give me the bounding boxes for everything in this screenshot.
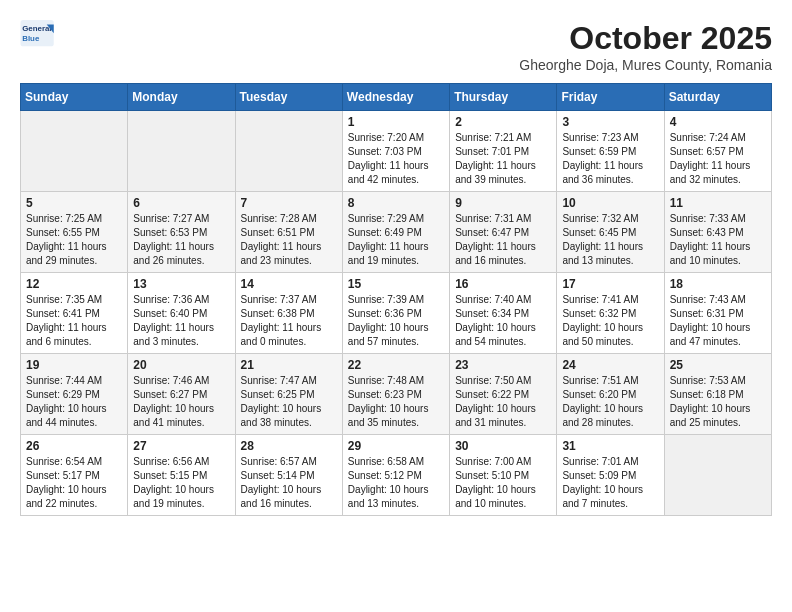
day-info: Sunrise: 7:27 AM Sunset: 6:53 PM Dayligh… <box>133 212 229 268</box>
day-info: Sunrise: 7:46 AM Sunset: 6:27 PM Dayligh… <box>133 374 229 430</box>
day-info: Sunrise: 7:41 AM Sunset: 6:32 PM Dayligh… <box>562 293 658 349</box>
calendar-cell <box>664 435 771 516</box>
calendar-week-row: 19Sunrise: 7:44 AM Sunset: 6:29 PM Dayli… <box>21 354 772 435</box>
day-info: Sunrise: 6:57 AM Sunset: 5:14 PM Dayligh… <box>241 455 337 511</box>
calendar-cell: 7Sunrise: 7:28 AM Sunset: 6:51 PM Daylig… <box>235 192 342 273</box>
calendar-cell: 31Sunrise: 7:01 AM Sunset: 5:09 PM Dayli… <box>557 435 664 516</box>
day-number: 10 <box>562 196 658 210</box>
day-number: 28 <box>241 439 337 453</box>
day-info: Sunrise: 7:51 AM Sunset: 6:20 PM Dayligh… <box>562 374 658 430</box>
day-number: 8 <box>348 196 444 210</box>
day-number: 30 <box>455 439 551 453</box>
calendar-cell: 5Sunrise: 7:25 AM Sunset: 6:55 PM Daylig… <box>21 192 128 273</box>
day-info: Sunrise: 7:43 AM Sunset: 6:31 PM Dayligh… <box>670 293 766 349</box>
calendar-table: SundayMondayTuesdayWednesdayThursdayFrid… <box>20 83 772 516</box>
logo: General Blue <box>20 20 56 48</box>
day-info: Sunrise: 7:47 AM Sunset: 6:25 PM Dayligh… <box>241 374 337 430</box>
calendar-cell <box>235 111 342 192</box>
calendar-cell: 21Sunrise: 7:47 AM Sunset: 6:25 PM Dayli… <box>235 354 342 435</box>
day-number: 4 <box>670 115 766 129</box>
day-number: 2 <box>455 115 551 129</box>
calendar-cell: 9Sunrise: 7:31 AM Sunset: 6:47 PM Daylig… <box>450 192 557 273</box>
day-info: Sunrise: 6:56 AM Sunset: 5:15 PM Dayligh… <box>133 455 229 511</box>
location-subtitle: Gheorghe Doja, Mures County, Romania <box>519 57 772 73</box>
day-info: Sunrise: 7:53 AM Sunset: 6:18 PM Dayligh… <box>670 374 766 430</box>
page-header: General Blue October 2025 Gheorghe Doja,… <box>20 20 772 73</box>
day-info: Sunrise: 7:37 AM Sunset: 6:38 PM Dayligh… <box>241 293 337 349</box>
calendar-cell: 16Sunrise: 7:40 AM Sunset: 6:34 PM Dayli… <box>450 273 557 354</box>
day-number: 24 <box>562 358 658 372</box>
calendar-cell: 30Sunrise: 7:00 AM Sunset: 5:10 PM Dayli… <box>450 435 557 516</box>
day-of-week-header: Tuesday <box>235 84 342 111</box>
calendar-cell: 27Sunrise: 6:56 AM Sunset: 5:15 PM Dayli… <box>128 435 235 516</box>
calendar-cell: 12Sunrise: 7:35 AM Sunset: 6:41 PM Dayli… <box>21 273 128 354</box>
calendar-cell: 15Sunrise: 7:39 AM Sunset: 6:36 PM Dayli… <box>342 273 449 354</box>
day-number: 27 <box>133 439 229 453</box>
day-of-week-header: Friday <box>557 84 664 111</box>
day-info: Sunrise: 7:31 AM Sunset: 6:47 PM Dayligh… <box>455 212 551 268</box>
day-of-week-header: Saturday <box>664 84 771 111</box>
day-number: 17 <box>562 277 658 291</box>
day-number: 22 <box>348 358 444 372</box>
day-of-week-header: Wednesday <box>342 84 449 111</box>
calendar-cell: 3Sunrise: 7:23 AM Sunset: 6:59 PM Daylig… <box>557 111 664 192</box>
day-info: Sunrise: 7:40 AM Sunset: 6:34 PM Dayligh… <box>455 293 551 349</box>
calendar-cell: 23Sunrise: 7:50 AM Sunset: 6:22 PM Dayli… <box>450 354 557 435</box>
calendar-cell: 8Sunrise: 7:29 AM Sunset: 6:49 PM Daylig… <box>342 192 449 273</box>
day-info: Sunrise: 7:32 AM Sunset: 6:45 PM Dayligh… <box>562 212 658 268</box>
day-number: 11 <box>670 196 766 210</box>
calendar-header-row: SundayMondayTuesdayWednesdayThursdayFrid… <box>21 84 772 111</box>
svg-text:Blue: Blue <box>22 34 40 43</box>
day-number: 5 <box>26 196 122 210</box>
day-number: 29 <box>348 439 444 453</box>
day-info: Sunrise: 7:00 AM Sunset: 5:10 PM Dayligh… <box>455 455 551 511</box>
day-of-week-header: Monday <box>128 84 235 111</box>
day-info: Sunrise: 7:39 AM Sunset: 6:36 PM Dayligh… <box>348 293 444 349</box>
day-number: 6 <box>133 196 229 210</box>
calendar-cell: 26Sunrise: 6:54 AM Sunset: 5:17 PM Dayli… <box>21 435 128 516</box>
calendar-week-row: 5Sunrise: 7:25 AM Sunset: 6:55 PM Daylig… <box>21 192 772 273</box>
day-info: Sunrise: 7:28 AM Sunset: 6:51 PM Dayligh… <box>241 212 337 268</box>
day-number: 18 <box>670 277 766 291</box>
calendar-cell: 29Sunrise: 6:58 AM Sunset: 5:12 PM Dayli… <box>342 435 449 516</box>
calendar-cell: 18Sunrise: 7:43 AM Sunset: 6:31 PM Dayli… <box>664 273 771 354</box>
month-title: October 2025 <box>519 20 772 57</box>
day-info: Sunrise: 7:24 AM Sunset: 6:57 PM Dayligh… <box>670 131 766 187</box>
title-block: October 2025 Gheorghe Doja, Mures County… <box>519 20 772 73</box>
day-number: 31 <box>562 439 658 453</box>
day-info: Sunrise: 7:29 AM Sunset: 6:49 PM Dayligh… <box>348 212 444 268</box>
day-info: Sunrise: 7:01 AM Sunset: 5:09 PM Dayligh… <box>562 455 658 511</box>
day-info: Sunrise: 7:50 AM Sunset: 6:22 PM Dayligh… <box>455 374 551 430</box>
calendar-cell: 28Sunrise: 6:57 AM Sunset: 5:14 PM Dayli… <box>235 435 342 516</box>
day-info: Sunrise: 6:54 AM Sunset: 5:17 PM Dayligh… <box>26 455 122 511</box>
day-number: 13 <box>133 277 229 291</box>
calendar-cell: 19Sunrise: 7:44 AM Sunset: 6:29 PM Dayli… <box>21 354 128 435</box>
day-info: Sunrise: 7:35 AM Sunset: 6:41 PM Dayligh… <box>26 293 122 349</box>
calendar-week-row: 12Sunrise: 7:35 AM Sunset: 6:41 PM Dayli… <box>21 273 772 354</box>
day-info: Sunrise: 6:58 AM Sunset: 5:12 PM Dayligh… <box>348 455 444 511</box>
calendar-cell: 24Sunrise: 7:51 AM Sunset: 6:20 PM Dayli… <box>557 354 664 435</box>
calendar-cell: 4Sunrise: 7:24 AM Sunset: 6:57 PM Daylig… <box>664 111 771 192</box>
day-number: 12 <box>26 277 122 291</box>
logo-icon: General Blue <box>20 20 56 48</box>
calendar-cell: 2Sunrise: 7:21 AM Sunset: 7:01 PM Daylig… <box>450 111 557 192</box>
day-number: 21 <box>241 358 337 372</box>
day-info: Sunrise: 7:36 AM Sunset: 6:40 PM Dayligh… <box>133 293 229 349</box>
calendar-cell: 10Sunrise: 7:32 AM Sunset: 6:45 PM Dayli… <box>557 192 664 273</box>
day-number: 9 <box>455 196 551 210</box>
calendar-week-row: 26Sunrise: 6:54 AM Sunset: 5:17 PM Dayli… <box>21 435 772 516</box>
calendar-week-row: 1Sunrise: 7:20 AM Sunset: 7:03 PM Daylig… <box>21 111 772 192</box>
calendar-cell: 20Sunrise: 7:46 AM Sunset: 6:27 PM Dayli… <box>128 354 235 435</box>
day-info: Sunrise: 7:25 AM Sunset: 6:55 PM Dayligh… <box>26 212 122 268</box>
day-number: 7 <box>241 196 337 210</box>
day-number: 14 <box>241 277 337 291</box>
day-of-week-header: Thursday <box>450 84 557 111</box>
day-number: 3 <box>562 115 658 129</box>
day-number: 26 <box>26 439 122 453</box>
day-info: Sunrise: 7:33 AM Sunset: 6:43 PM Dayligh… <box>670 212 766 268</box>
day-info: Sunrise: 7:23 AM Sunset: 6:59 PM Dayligh… <box>562 131 658 187</box>
calendar-cell <box>21 111 128 192</box>
calendar-cell: 11Sunrise: 7:33 AM Sunset: 6:43 PM Dayli… <box>664 192 771 273</box>
calendar-cell: 14Sunrise: 7:37 AM Sunset: 6:38 PM Dayli… <box>235 273 342 354</box>
calendar-cell: 1Sunrise: 7:20 AM Sunset: 7:03 PM Daylig… <box>342 111 449 192</box>
